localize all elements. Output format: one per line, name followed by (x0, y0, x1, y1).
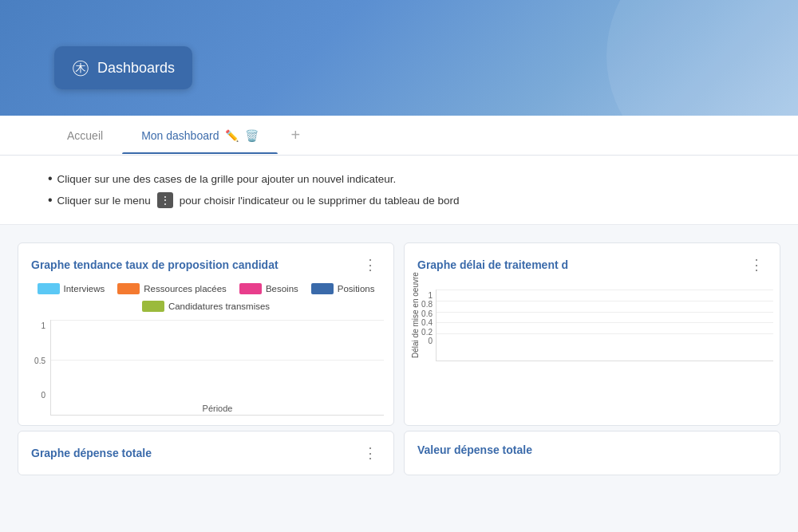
chart1-x-label: Période (203, 404, 233, 413)
chart2-title: Graphe délai de traitement d (417, 258, 568, 271)
chart2-plot (436, 290, 773, 361)
tab-accueil[interactable]: Accueil (48, 118, 122, 153)
legend-ressources: Ressources placées (117, 283, 227, 294)
tabs-bar: Accueil Mon dashboard ✏️ 🗑️ + (0, 116, 798, 156)
legend-besoins: Besoins (239, 283, 298, 294)
chart2-header: Graphe délai de traitement d ⋮ (405, 243, 780, 283)
add-tab-button[interactable]: + (278, 115, 313, 156)
chart-card-3: Graphe dépense totale ⋮ (18, 431, 394, 475)
chart1-area: Interviews Ressources placées Besoins Po… (18, 283, 393, 425)
dashboards-label: Dashboards (97, 60, 175, 77)
dashboard-grid: Graphe tendance taux de proposition cand… (0, 225, 798, 431)
chart2-area: Délai de mise en oeuvre 1 0.8 0.6 0.4 0.… (405, 283, 780, 371)
chart1-plot-area: 1 0.5 0 Période (28, 320, 384, 416)
chart1-menu-icon[interactable]: ⋮ (360, 254, 381, 275)
chart4-title: Valeur dépense totale (417, 443, 532, 456)
instruction-1: Cliquer sur une des cases de la grille p… (48, 168, 750, 189)
chart1-legend: Interviews Ressources placées Besoins Po… (28, 283, 384, 312)
delete-tab-icon[interactable]: 🗑️ (245, 129, 259, 142)
chart-card-2: Graphe délai de traitement d ⋮ Délai de … (404, 242, 780, 426)
chart3-title: Graphe dépense totale (31, 447, 152, 459)
main-content: Accueil Mon dashboard ✏️ 🗑️ + Cliquer su… (0, 116, 798, 532)
bottom-row: Graphe dépense totale ⋮ Valeur dépense t… (0, 431, 798, 488)
chart2-menu-icon[interactable]: ⋮ (746, 254, 767, 275)
translate-icon: ㊍ (72, 56, 89, 80)
chart1-header: Graphe tendance taux de proposition cand… (18, 243, 393, 283)
chart1-plot: Période (50, 320, 384, 416)
chart2-y-label: Délai de mise en oeuvre (411, 290, 420, 361)
menu-dots-example: ⋮ (157, 192, 173, 208)
chart2-y-axis: 1 0.8 0.6 0.4 0.2 0 (420, 290, 436, 361)
edit-tab-icon[interactable]: ✏️ (225, 129, 239, 142)
chart3-menu-icon[interactable]: ⋮ (360, 443, 381, 463)
instructions-panel: Cliquer sur une des cases de la grille p… (0, 156, 798, 225)
chart-card-1: Graphe tendance taux de proposition cand… (18, 242, 394, 426)
legend-interviews: Interviews (38, 283, 105, 294)
legend-positions: Positions (311, 283, 375, 294)
tab-mon-dashboard[interactable]: Mon dashboard ✏️ 🗑️ (122, 118, 278, 153)
dashboards-badge: ㊍ Dashboards (54, 46, 192, 89)
chart-card-4: Valeur dépense totale (404, 431, 780, 475)
chart1-title: Graphe tendance taux de proposition cand… (31, 258, 279, 271)
instruction-2: Cliquer sur le menu ⋮ pour choisir l'ind… (48, 189, 750, 211)
legend-candidatures: Candidatures transmises (142, 301, 270, 312)
chart1-y-axis: 1 0.5 0 (28, 320, 50, 416)
